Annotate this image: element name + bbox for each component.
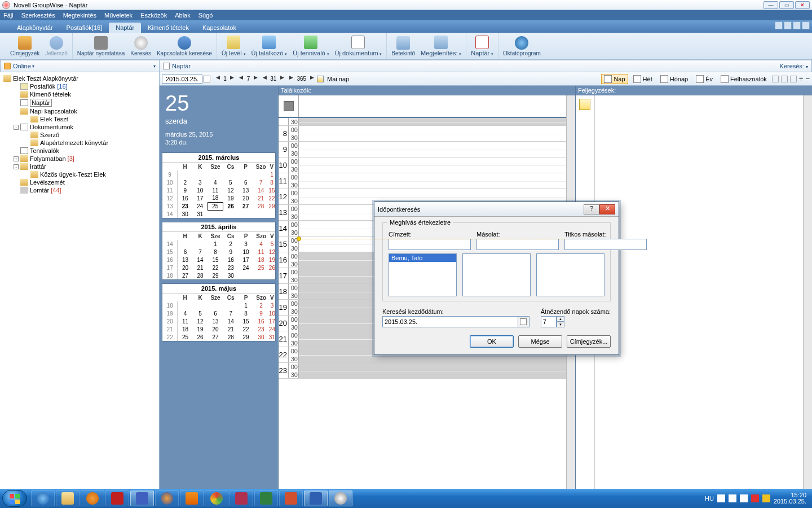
taskbar-powerpoint[interactable] xyxy=(279,491,303,506)
next-icon[interactable]: ▶ xyxy=(228,75,236,84)
add-icon[interactable]: + xyxy=(799,75,804,83)
prev-icon[interactable]: ◀ xyxy=(261,75,268,84)
mini-calendar[interactable]: 2015. májusHKSzeCsPSzoV18123194567891020… xyxy=(162,283,276,341)
spin-down-icon[interactable]: ▼ xyxy=(557,322,564,327)
tree-node[interactable]: Szerző xyxy=(1,131,158,139)
tree-node[interactable]: Alapértelmezett könyvtár xyxy=(1,139,158,147)
tray-network-icon[interactable] xyxy=(729,494,736,502)
calendar-dropdown-button[interactable]: Naptár ▾ xyxy=(471,36,493,56)
tree-node[interactable]: Tennivalók xyxy=(1,147,158,155)
date-picker-icon[interactable] xyxy=(204,76,210,82)
close-button[interactable]: ✕ xyxy=(795,1,810,9)
bcc-list[interactable] xyxy=(536,253,604,296)
option-icon[interactable] xyxy=(772,76,779,82)
print-calendar-button[interactable]: Naptár nyomtatása xyxy=(77,36,125,56)
view-users-button[interactable]: Felhasználók xyxy=(718,74,770,84)
tray-flag-icon[interactable] xyxy=(717,494,725,502)
dialog-help-button[interactable]: ? xyxy=(584,204,599,214)
option-icon[interactable] xyxy=(790,76,797,82)
ok-button[interactable]: OK xyxy=(470,335,514,348)
taskbar-acrobat[interactable] xyxy=(105,491,129,506)
menu-window[interactable]: Ablak xyxy=(175,12,191,19)
tree-root[interactable]: Elek Teszt Alapkönyvtár xyxy=(1,75,158,82)
taskbar-notepad[interactable] xyxy=(130,491,154,506)
addressbook-button[interactable]: Címjegyzék xyxy=(10,36,39,56)
taskbar-ie[interactable] xyxy=(31,491,55,506)
dialog-close-button[interactable]: ✕ xyxy=(599,204,615,214)
tray-lang[interactable]: HU xyxy=(705,495,714,502)
tree-node[interactable]: -Dokumentumok xyxy=(1,123,158,131)
view-month-button[interactable]: Hónap xyxy=(657,74,691,84)
start-button[interactable] xyxy=(2,490,27,507)
maximize-button[interactable]: ▭ xyxy=(779,1,794,9)
new-mail-button[interactable]: Új levél ▾ xyxy=(222,36,246,56)
tab-contacts[interactable]: Kapcsolatok xyxy=(196,23,243,33)
date-picker-button[interactable] xyxy=(518,316,529,327)
cc-input[interactable] xyxy=(476,239,559,250)
addressbook-button[interactable]: Címjegyzék... xyxy=(567,335,611,348)
tray-clock[interactable]: 15:20 2015.03.25. xyxy=(774,492,806,505)
next-icon[interactable]: ▶ xyxy=(287,75,295,84)
tree-node[interactable]: Levélszemét xyxy=(1,178,158,186)
tab-mailbox[interactable]: Postafiók[16] xyxy=(60,23,109,33)
mini-calendar[interactable]: 2015. áprilisHKSzeCsPSzoV141234515678910… xyxy=(162,222,276,280)
tree-node[interactable]: Kimenő tételek xyxy=(1,90,158,98)
tab-home[interactable]: Alapkönyvtár xyxy=(10,23,60,33)
menu-edit[interactable]: Szerkesztés xyxy=(21,12,55,19)
view-day-button[interactable]: Nap xyxy=(601,74,628,84)
panel-toggle-icon[interactable] xyxy=(793,21,801,29)
scrollbar[interactable] xyxy=(803,95,812,489)
tree-node[interactable]: -Irattár xyxy=(1,163,158,170)
panel-toggle-icon[interactable] xyxy=(802,21,810,29)
all-day-row[interactable] xyxy=(279,95,566,118)
to-input[interactable] xyxy=(389,239,471,250)
tree-node[interactable]: Postafiók [16] xyxy=(1,82,158,90)
taskbar-groupwise[interactable] xyxy=(329,491,352,506)
date-input[interactable]: 2015.03.25. xyxy=(162,75,202,84)
tray-shield-icon[interactable] xyxy=(762,494,770,502)
tree-node[interactable]: Lomtár [44] xyxy=(1,186,158,194)
tree-node[interactable]: Közös ügyek-Teszt Elek xyxy=(1,170,158,178)
mini-calendar[interactable]: 2015. márciusHKSzeCsPSzoV911023456781191… xyxy=(162,152,276,218)
taskbar-firefox[interactable] xyxy=(155,491,179,506)
taskbar-access[interactable] xyxy=(230,491,253,506)
panel-toggle-icon[interactable] xyxy=(775,21,783,29)
search-dropdown[interactable]: Keresés: ▾ xyxy=(780,63,808,69)
days-input[interactable] xyxy=(541,316,557,327)
spin-up-icon[interactable]: ▲ xyxy=(557,316,564,322)
note-icon[interactable] xyxy=(579,99,590,110)
prev-icon[interactable]: ◀ xyxy=(214,75,222,84)
minimize-button[interactable]: — xyxy=(764,1,778,9)
menu-file[interactable]: Fájl xyxy=(3,12,14,19)
next-icon[interactable]: ▶ xyxy=(308,75,316,84)
properties-button[interactable]: Jellemző xyxy=(45,36,67,56)
view-year-button[interactable]: Év xyxy=(693,74,716,84)
to-list[interactable]: Bemu, Tato xyxy=(389,253,457,296)
new-document-button[interactable]: Új dokumentum ▾ xyxy=(335,36,382,56)
option-icon[interactable] xyxy=(781,76,788,82)
today-button[interactable]: Mai nap xyxy=(327,76,349,82)
cancel-button[interactable]: Mégse xyxy=(518,335,562,348)
tray-n-icon[interactable] xyxy=(751,494,759,502)
taskbar-media[interactable] xyxy=(81,491,104,506)
search-contacts-button[interactable]: Kapcsolatok keresése xyxy=(157,36,212,56)
taskbar-excel[interactable] xyxy=(254,491,278,506)
quickview-button[interactable]: Betekintő xyxy=(391,36,415,56)
tutorial-button[interactable]: Oktatóprogram xyxy=(503,36,541,56)
next-icon[interactable]: ▶ xyxy=(251,75,259,84)
taskbar-vlc[interactable] xyxy=(180,491,204,506)
next-icon[interactable]: ▶ xyxy=(278,75,286,84)
taskbar-word[interactable] xyxy=(304,491,328,506)
bcc-input[interactable] xyxy=(564,239,647,250)
tray-volume-icon[interactable] xyxy=(740,494,748,502)
tab-sent[interactable]: Kimenő tételek xyxy=(141,23,196,33)
prev-icon[interactable]: ◀ xyxy=(237,75,245,84)
cc-list[interactable] xyxy=(462,253,531,296)
menu-view[interactable]: Megtekintés xyxy=(63,12,96,19)
view-week-button[interactable]: Hét xyxy=(630,74,655,84)
menu-tools[interactable]: Eszközök xyxy=(140,12,167,19)
tab-calendar[interactable]: Naptár xyxy=(109,23,141,33)
tree-node[interactable]: +Folyamatban [3] xyxy=(1,155,158,163)
new-appointment-button[interactable]: Új találkozó ▾ xyxy=(251,36,288,56)
menu-actions[interactable]: Műveletek xyxy=(104,12,133,19)
